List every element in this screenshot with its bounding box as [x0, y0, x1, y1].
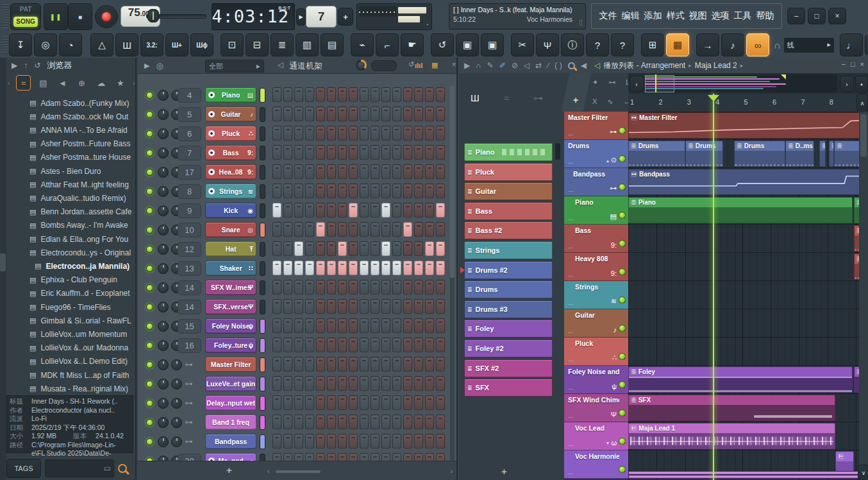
- step-cell[interactable]: [327, 222, 336, 237]
- channel-number[interactable]: 10: [178, 223, 201, 237]
- channel-rack-toggle-icon[interactable]: ▦: [666, 33, 689, 56]
- track-options-dots[interactable]: ...: [568, 186, 573, 193]
- step-cell[interactable]: [294, 299, 303, 314]
- file-item[interactable]: ▤Asher Postm..Future Bass: [6, 137, 135, 151]
- channel-button-guitar[interactable]: Guitar♪: [205, 107, 256, 122]
- step-cell[interactable]: [381, 164, 390, 179]
- step-cell[interactable]: [414, 241, 423, 256]
- channel-pan-knob[interactable]: [158, 340, 169, 351]
- step-cell[interactable]: [425, 338, 434, 352]
- track-options-dots[interactable]: ...: [568, 327, 573, 334]
- step-cell[interactable]: [403, 222, 412, 237]
- step-cell[interactable]: [338, 415, 347, 429]
- browser-collapse-handle[interactable]: [0, 253, 6, 271]
- clip-drums[interactable]: ≣Drums: [685, 141, 723, 167]
- menu-item-2[interactable]: 添加: [644, 10, 662, 22]
- file-item[interactable]: ▤Musata - Rea..riginal Mix): [6, 382, 135, 394]
- step-cell[interactable]: [425, 203, 434, 218]
- track-options-dots[interactable]: ...: [568, 271, 573, 278]
- channel-mute-indicator[interactable]: [260, 107, 265, 122]
- channel-led[interactable]: [146, 111, 153, 118]
- step-cell[interactable]: [272, 453, 281, 461]
- step-cell[interactable]: [349, 222, 358, 237]
- file-item[interactable]: ▤Adam Szabo..(Funky Mix): [6, 96, 135, 110]
- toolbar-grip-2[interactable]: [2, 36, 8, 54]
- channel-mute-indicator[interactable]: [260, 223, 265, 237]
- track-led[interactable]: [619, 296, 626, 304]
- playlist-maximize-button[interactable]: □: [851, 60, 855, 68]
- file-item[interactable]: ▤Electrocondu..ys - Original: [6, 246, 135, 259]
- step-cell[interactable]: [392, 318, 401, 333]
- step-cell[interactable]: [360, 87, 369, 102]
- automation-link-icon[interactable]: ⊶: [178, 377, 200, 390]
- timeline-ruler[interactable]: 123456789: [628, 94, 868, 112]
- channel-number[interactable]: 20: [178, 454, 201, 461]
- clip-master-filter[interactable]: ⊶Master Filter: [628, 112, 868, 139]
- save-new-version-icon[interactable]: ▣: [481, 33, 504, 56]
- file-item[interactable]: ▤Electrocon..ja Mannila): [6, 259, 135, 273]
- hscroll-right-icon[interactable]: ›: [451, 468, 453, 475]
- step-cell[interactable]: [305, 261, 314, 275]
- playlist-vscrollbar[interactable]: [859, 112, 868, 480]
- step-cell[interactable]: [338, 241, 347, 256]
- channel-number[interactable]: 14: [178, 280, 201, 295]
- step-cell[interactable]: [425, 357, 434, 372]
- step-cell[interactable]: [392, 376, 401, 391]
- step-cell[interactable]: [316, 434, 325, 449]
- step-jump-icon[interactable]: →: [696, 33, 719, 56]
- step-cell[interactable]: [425, 376, 434, 391]
- step-cell[interactable]: [349, 203, 358, 218]
- channel-mute-indicator[interactable]: [260, 126, 265, 141]
- channel-mute-indicator[interactable]: [260, 319, 265, 334]
- step-cell[interactable]: [425, 107, 434, 121]
- step-cell[interactable]: [414, 87, 423, 102]
- playlist-list-icon[interactable]: ≣: [271, 33, 294, 56]
- step-cell[interactable]: [272, 415, 281, 429]
- corner-tool-icon-1[interactable]: ⊶: [608, 78, 615, 87]
- search-input[interactable]: ▭: [45, 459, 114, 477]
- track-led[interactable]: [619, 353, 626, 360]
- step-cell[interactable]: [414, 126, 423, 141]
- step-cell[interactable]: [371, 164, 380, 179]
- step-cell[interactable]: [425, 241, 434, 256]
- step-cell[interactable]: [316, 280, 325, 295]
- track-led[interactable]: [619, 268, 626, 275]
- undo-icon[interactable]: ↺: [431, 33, 454, 56]
- step-cell[interactable]: [436, 164, 445, 179]
- pattern-item-drums[interactable]: ≣Drums: [464, 280, 553, 298]
- metronome-icon[interactable]: ♩: [840, 33, 863, 56]
- channel-pan-knob[interactable]: [158, 109, 169, 120]
- step-cell[interactable]: [349, 261, 358, 275]
- file-item[interactable]: ▤Asher Postma..ture House: [6, 151, 135, 164]
- lane-master-filter[interactable]: ⊶Master Filter: [628, 112, 868, 140]
- link-controllers-icon[interactable]: ∞: [746, 33, 769, 56]
- channel-button-foley-noise[interactable]: Foley Noiseψ: [205, 318, 256, 334]
- step-cell[interactable]: [327, 299, 336, 314]
- playhead-marker[interactable]: [708, 95, 719, 101]
- track-options-dots[interactable]: ...: [568, 130, 573, 137]
- step-cell[interactable]: [316, 241, 325, 256]
- step-cell[interactable]: [338, 145, 347, 160]
- lane-bass[interactable]: ≣: [628, 225, 868, 253]
- step-cell[interactable]: [425, 184, 434, 198]
- countdown-icon[interactable]: 3.2:: [140, 33, 163, 56]
- channel-button-sfx-w-imes[interactable]: SFX W..imesΨ: [205, 280, 256, 295]
- step-cell[interactable]: [436, 107, 445, 121]
- track-header-guitar[interactable]: Guitar...♪: [564, 309, 628, 338]
- tabs-next-icon[interactable]: ›: [133, 79, 135, 87]
- step-cell[interactable]: [338, 357, 347, 372]
- step-cell[interactable]: [403, 87, 412, 102]
- step-cell[interactable]: [403, 395, 412, 410]
- step-cell[interactable]: [305, 453, 314, 461]
- typing-keyboard-button[interactable]: 控..: [865, 35, 868, 55]
- channel-number[interactable]: 14: [178, 300, 201, 314]
- channel-filter-dropdown[interactable]: 全部 ▶: [205, 60, 264, 73]
- channel-button-master-filter[interactable]: Master Filter: [205, 357, 256, 372]
- step-cell[interactable]: [381, 241, 390, 256]
- step-cell[interactable]: [327, 203, 336, 218]
- step-cell[interactable]: [360, 318, 369, 333]
- clip-bandpass[interactable]: ⊶Bandpass: [628, 169, 868, 195]
- step-cell[interactable]: [283, 299, 292, 314]
- tabs-prev-icon[interactable]: ‹: [8, 79, 10, 87]
- step-cell[interactable]: [272, 107, 281, 121]
